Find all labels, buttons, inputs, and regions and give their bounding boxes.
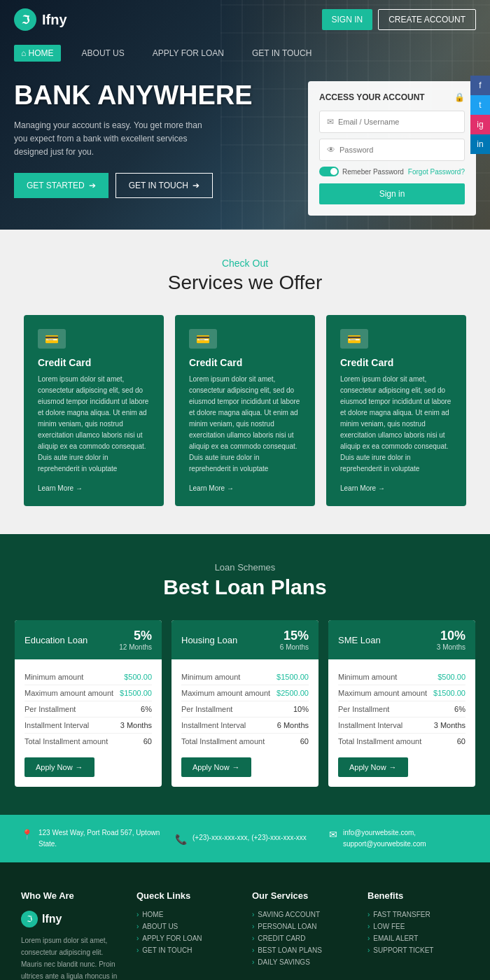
loan-card-housing: Housing Loan 15% 6 Months Minimum amount… — [172, 620, 318, 787]
loan-row-interval-sme: Installment Interval 3 Months — [338, 718, 465, 734]
nav-item-home[interactable]: ⌂ HOME — [14, 45, 61, 62]
loans-row: Education Loan 5% 12 Months Minimum amou… — [14, 620, 476, 787]
lock-icon: 🔒 — [454, 92, 465, 102]
signin-button[interactable]: SIGN IN — [322, 9, 373, 30]
hero-section: f t ig in ℑ Ifny SIGN IN CREATE ACCOUNT … — [0, 0, 490, 230]
loan-period-education: 12 Months — [119, 643, 152, 651]
top-buttons: SIGN IN CREATE ACCOUNT — [322, 9, 476, 30]
facebook-icon[interactable]: f — [470, 76, 490, 95]
loan-rate-sme: 10% — [437, 629, 465, 643]
form-footer: Remeber Password Forgot Password? — [319, 167, 465, 176]
nav-item-loan[interactable]: APPLY FOR LOAN — [146, 45, 231, 62]
footer-service-loan-plans[interactable]: › BEST LOAN PLANS — [252, 946, 354, 954]
loan-row-min-hous: Minimum amount $1500.00 — [181, 669, 309, 685]
password-input-wrap: 👁 — [319, 139, 465, 161]
footer-benefits-title: Benefits — [368, 890, 469, 901]
social-sidebar: f t ig in — [470, 76, 490, 154]
services-subtitle: Check Out — [21, 258, 469, 269]
loan-row-total-edu: Total Installment amount 60 — [24, 734, 152, 749]
footer-services-title: Our Services — [252, 890, 354, 901]
services-title: Services we Offer — [21, 272, 469, 294]
footer-links-col: Queck Links › HOME › ABOUT US › APPLY FO… — [136, 890, 238, 980]
loan-header-sme: SME Loan 10% 3 Months — [328, 620, 475, 659]
loan-subtitle: Loan Schemes — [14, 562, 476, 573]
footer-benefits-col: Benefits › FAST TRANSFER › LOW FEE › EMA… — [368, 890, 469, 980]
logo-text: Ifny — [42, 12, 67, 28]
top-bar: ℑ Ifny SIGN IN CREATE ACCOUNT — [0, 0, 490, 39]
form-header: ACCESS YOUR ACCOUNT 🔒 — [319, 92, 465, 102]
credit-card-icon-3: 💳 — [347, 332, 361, 346]
loan-section: Loan Schemes Best Loan Plans Education L… — [0, 534, 490, 815]
loan-period-housing: 6 Months — [280, 643, 309, 651]
logo-icon: ℑ — [14, 8, 36, 31]
loan-body-education: Minimum amount $500.00 Maximum amount am… — [15, 659, 162, 787]
footer-service-credit[interactable]: › CREDIT CARD — [252, 934, 354, 942]
loan-row-max-hous: Maximum amount amount $2500.00 — [181, 685, 309, 701]
loan-name-education: Education Loan — [24, 635, 88, 645]
learn-more-link-1[interactable]: Learn More → — [38, 484, 150, 492]
card-title-1: Credit Card — [38, 357, 150, 368]
footer-row: Who We Are ℑ Ifny Lorem ipsum dolor sit … — [21, 890, 469, 980]
footer: Who We Are ℑ Ifny Lorem ipsum dolor sit … — [0, 862, 490, 980]
footer-service-saving[interactable]: › SAVING ACCOUNT — [252, 911, 354, 918]
footer-link-home[interactable]: › HOME — [136, 911, 238, 918]
card-text-2: Lorem ipsum dolor sit amet, consectetur … — [189, 374, 301, 475]
loan-card-sme: SME Loan 10% 3 Months Minimum amount $50… — [328, 620, 475, 787]
footer-logo: ℑ Ifny — [21, 911, 122, 927]
footer-link-contact[interactable]: › GET IN TOUCH — [136, 946, 238, 954]
card-text-1: Lorem ipsum dolor sit amet, consectetur … — [38, 374, 150, 475]
loan-row-interval-edu: Installment Interval 3 Months — [24, 718, 152, 734]
card-icon-wrap-1: 💳 — [38, 329, 66, 349]
loan-row-total-sme: Total Installment amount 60 — [338, 734, 465, 749]
phone-icon: 📞 — [175, 834, 187, 845]
footer-benefit-email[interactable]: › EMAIL ALERT — [368, 934, 469, 942]
loan-period-sme: 3 Months — [437, 643, 465, 651]
nav-item-contact[interactable]: GET IN TOUCH — [245, 45, 318, 62]
loan-row-inst-hous: Per Installment 10% — [181, 701, 309, 718]
apply-button-housing[interactable]: Apply Now → — [181, 757, 251, 777]
create-account-button[interactable]: CREATE ACCOUNT — [378, 9, 476, 30]
loan-row-total-hous: Total Installment amount 60 — [181, 734, 309, 749]
service-card-3: 💳 Credit Card Lorem ipsum dolor sit amet… — [326, 315, 466, 506]
loan-header-housing: Housing Loan 15% 6 Months — [172, 620, 318, 659]
get-started-button[interactable]: GET STARTED ➔ — [14, 173, 108, 198]
logo: ℑ Ifny — [14, 8, 67, 31]
loan-row-inst-edu: Per Installment 6% — [24, 701, 152, 718]
hero-subtitle: Managing your account is easy. You get m… — [14, 119, 210, 160]
learn-more-link-3[interactable]: Learn More → — [340, 484, 452, 492]
login-form: ACCESS YOUR ACCOUNT 🔒 ✉ 👁 Remeber Passwo… — [308, 81, 476, 216]
nav-item-about[interactable]: ABOUT US — [75, 45, 132, 62]
apply-button-sme[interactable]: Apply Now → — [338, 757, 408, 777]
hero-buttons: GET STARTED ➔ GET IN TOUCH ➔ — [14, 173, 294, 198]
remember-toggle[interactable] — [319, 167, 339, 176]
footer-service-savings[interactable]: › DAILY SAVINGS — [252, 958, 354, 966]
get-in-touch-button[interactable]: GET IN TOUCH ➔ — [115, 173, 213, 198]
footer-benefit-transfer[interactable]: › FAST TRANSFER — [368, 911, 469, 918]
footer-links-title: Queck Links — [136, 890, 238, 901]
card-icon-wrap-2: 💳 — [189, 329, 217, 349]
remember-label: Remeber Password — [342, 168, 404, 176]
footer-link-apply[interactable]: › APPLY FOR LOAN — [136, 934, 238, 942]
signin-form-button[interactable]: Sign in — [319, 183, 465, 204]
learn-more-link-2[interactable]: Learn More → — [189, 484, 301, 492]
credit-card-icon-1: 💳 — [45, 332, 59, 346]
twitter-icon[interactable]: t — [470, 95, 490, 115]
loan-row-interval-hous: Installment Interval 6 Months — [181, 718, 309, 734]
linkedin-icon[interactable]: in — [470, 134, 490, 154]
password-input[interactable] — [340, 146, 457, 154]
loan-row-min-edu: Minimum amount $500.00 — [24, 669, 152, 685]
forgot-password-link[interactable]: Forgot Password? — [408, 168, 465, 176]
footer-link-about[interactable]: › ABOUT US — [136, 923, 238, 930]
contact-email: ✉ info@yourwebsite.com, support@yourwebs… — [329, 827, 469, 850]
email-text: info@yourwebsite.com, support@yourwebsit… — [343, 827, 469, 850]
footer-benefit-fee[interactable]: › LOW FEE — [368, 923, 469, 930]
footer-about-title: Who We Are — [21, 890, 122, 901]
loan-rate-wrap-sme: 10% 3 Months — [437, 629, 465, 651]
email-input[interactable] — [338, 118, 457, 126]
footer-service-personal[interactable]: › PERSONAL LOAN — [252, 923, 354, 930]
footer-benefit-support[interactable]: › SUPPORT TICKET — [368, 946, 469, 954]
instagram-icon[interactable]: ig — [470, 115, 490, 134]
email-contact-icon: ✉ — [329, 829, 337, 840]
apply-button-education[interactable]: Apply Now → — [24, 757, 94, 777]
loan-header-education: Education Loan 5% 12 Months — [15, 620, 162, 659]
